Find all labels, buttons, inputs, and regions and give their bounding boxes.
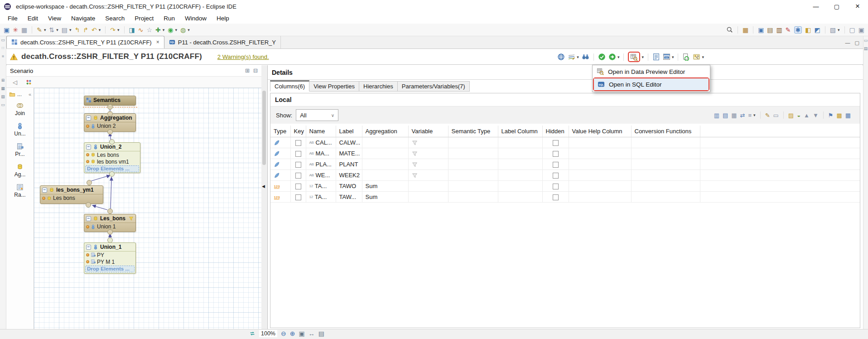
palette-item-join[interactable]: Join xyxy=(6,102,34,116)
hidden-checkbox[interactable] xyxy=(553,184,559,189)
table-distribution-icon[interactable]: ▦ xyxy=(1,87,5,91)
tab-close-icon[interactable]: × xyxy=(156,39,159,45)
node-input[interactable]: Les bons xyxy=(53,195,75,201)
table-row[interactable]: ABCAL... CALW... xyxy=(270,137,860,148)
move-down-icon[interactable]: ▼ xyxy=(813,112,819,118)
collapse-node-icon[interactable]: − xyxy=(86,245,91,250)
menu-file[interactable]: File xyxy=(3,14,23,23)
new-wizard-icon[interactable]: ↰ xyxy=(75,27,80,33)
menu-view[interactable]: View xyxy=(43,14,66,23)
col-semantic-type[interactable]: Semantic Type xyxy=(448,126,498,137)
dropdown-arrow-icon[interactable]: ▾ xyxy=(577,55,579,59)
close-button[interactable]: × xyxy=(847,0,868,13)
node-input[interactable]: Les bons xyxy=(97,152,119,158)
key-checkbox[interactable] xyxy=(295,194,301,200)
mass-edit-icon[interactable]: ▩ xyxy=(836,112,842,118)
menu-help[interactable]: Help xyxy=(212,14,234,23)
hidden-checkbox[interactable] xyxy=(553,140,559,146)
search-icon[interactable] xyxy=(726,26,733,33)
node-union-1[interactable]: − Union_1 PY PY M 1 Drop Elements ... xyxy=(84,242,136,274)
add-system-icon[interactable]: ✚ xyxy=(155,27,161,33)
console-view-icon[interactable]: ▭ xyxy=(1,103,5,107)
add-counter-icon[interactable]: ▤ xyxy=(723,112,728,118)
console-icon[interactable]: ◨ xyxy=(129,27,135,33)
resource-perspective-icon[interactable]: ▤ xyxy=(767,27,773,33)
dropdown-arrow-icon[interactable]: ▾ xyxy=(117,28,120,32)
collapse-node-icon[interactable]: − xyxy=(86,216,91,221)
edit-icon[interactable]: ✎ xyxy=(765,112,770,118)
save-icon[interactable]: ▦ xyxy=(21,27,27,33)
maximize-button[interactable]: ▢ xyxy=(826,0,847,13)
col-name[interactable]: Name xyxy=(306,126,336,137)
node-input[interactable]: Union 2 xyxy=(97,123,116,129)
menu-item-open-data-preview[interactable]: Open in Data Preview Editor xyxy=(593,66,709,77)
tab-parameters-variables[interactable]: Parameters/Variables(7) xyxy=(398,81,470,92)
collapse-sash-icon[interactable]: ◀ xyxy=(262,184,265,189)
fit-page-icon[interactable]: ▣ xyxy=(299,330,304,337)
dropdown-arrow-icon[interactable]: ▾ xyxy=(641,55,644,59)
extract-icon[interactable]: ▨ xyxy=(788,112,794,118)
table-row[interactable]: ABPLA... PLANT xyxy=(270,159,860,170)
table-row[interactable]: 12TA... TAW... Sum xyxy=(270,192,860,203)
palette-item-aggregation[interactable]: Ag... xyxy=(6,163,34,178)
dropdown-arrow-icon[interactable]: ▾ xyxy=(838,28,840,32)
coverage-icon[interactable]: ◍ xyxy=(180,27,186,33)
table-view-icon[interactable]: ▤ xyxy=(62,27,68,33)
menu-item-open-sql-editor[interactable]: Open in SQL Editor xyxy=(594,78,709,90)
node-les-bons[interactable]: − Les_bons Union 1 xyxy=(84,214,136,232)
debug-attach-icon[interactable]: ✳ xyxy=(13,27,18,33)
activate-icon[interactable] xyxy=(608,53,616,61)
collapse-palette-icon[interactable]: « xyxy=(29,92,31,97)
menu-window[interactable]: Window xyxy=(180,14,212,23)
col-conversion-functions[interactable]: Conversion Functions xyxy=(631,126,700,137)
table-row[interactable]: 12TA... TAWO Sum xyxy=(270,181,860,192)
maximize-view-icon[interactable]: ▣ xyxy=(858,27,864,33)
find-column-icon[interactable] xyxy=(582,53,589,61)
back-arrow-icon[interactable]: ◁ xyxy=(13,79,17,86)
tab-view-properties[interactable]: View Properties xyxy=(309,81,359,92)
run-icon[interactable]: ◉ xyxy=(168,27,173,33)
expand-all-icon[interactable]: ⊞ xyxy=(245,68,250,73)
import-wizard-icon[interactable]: ↱ xyxy=(83,27,88,33)
node-union-2[interactable]: − Union_2 Les bons les bons vm1 Drop Ele… xyxy=(84,142,140,173)
tab-model-editor[interactable]: decath.Cross::ZSHR_FILTER_Y P11 (Z10CRAF… xyxy=(6,36,164,48)
node-input[interactable]: les bons vm1 xyxy=(97,159,129,165)
warnings-link[interactable]: 2 Warning(s) found. xyxy=(217,53,269,60)
collapse-node-icon[interactable]: − xyxy=(86,116,91,121)
view-menu-icon[interactable]: ≡ xyxy=(748,112,752,118)
move-icon[interactable]: ⇄ xyxy=(740,112,745,118)
edit-perspective-icon[interactable]: ✎ xyxy=(786,27,791,33)
col-label-column[interactable]: Label Column xyxy=(498,126,542,137)
dropdown-arrow-icon[interactable]: ▾ xyxy=(617,55,620,59)
hidden-checkbox[interactable] xyxy=(553,151,559,157)
fit-width-icon[interactable]: ↔ xyxy=(309,330,315,337)
undo-icon[interactable]: ↶ xyxy=(92,27,97,33)
more-perspectives-icon[interactable]: ▧ xyxy=(830,27,836,33)
dropdown-arrow-icon[interactable]: ▾ xyxy=(99,28,101,32)
auto-layout-icon[interactable] xyxy=(25,79,32,86)
dropdown-arrow-icon[interactable]: ▾ xyxy=(69,28,72,32)
visualize-plan-icon[interactable] xyxy=(568,53,575,61)
outline-icon[interactable]: ≡ xyxy=(2,54,4,58)
palette-more-label[interactable]: ... xyxy=(17,91,22,97)
debug-perspective-icon[interactable]: ▥ xyxy=(776,27,782,33)
collapse-node-icon[interactable]: − xyxy=(42,188,47,193)
palette-item-union[interactable]: Un... xyxy=(6,122,34,137)
semantics-globe-icon[interactable] xyxy=(557,53,565,61)
where-used-icon[interactable]: ⊞ xyxy=(1,78,5,82)
tab-hierarchies[interactable]: Hierarchies xyxy=(359,81,398,92)
dropdown-arrow-icon[interactable]: ▾ xyxy=(672,55,674,59)
dropdown-arrow-icon[interactable]: ▾ xyxy=(163,28,165,32)
palette-item-projection[interactable]: Pr... xyxy=(6,143,34,157)
table-row[interactable]: ABMA... MATE... xyxy=(270,148,860,159)
node-input[interactable]: Union 1 xyxy=(97,223,116,230)
lineage-icon[interactable]: ▨ xyxy=(1,95,5,99)
new-icon[interactable]: ▣ xyxy=(4,27,10,33)
table-row[interactable]: ABWE... WEEK2 xyxy=(270,170,860,181)
dropdown-arrow-icon[interactable]: ▾ xyxy=(188,28,190,32)
node-semantics[interactable]: Semantics xyxy=(84,96,136,106)
sql-perspective-icon[interactable]: ◩ xyxy=(815,27,820,33)
palette-item-rank[interactable]: Ra... xyxy=(6,184,34,198)
dropdown-arrow-icon[interactable]: ▾ xyxy=(175,28,178,32)
refresh-icon[interactable] xyxy=(682,53,690,61)
